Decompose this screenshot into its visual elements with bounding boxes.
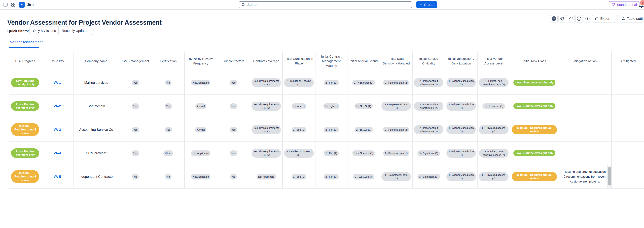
cell-initial_data_sensitivity_handled[interactable]: 1 - No personal data (1): [380, 165, 412, 188]
copy-link-button[interactable]: [567, 15, 574, 23]
filter-recently-updated-button[interactable]: Recently Updated: [58, 27, 92, 35]
cell-initial_vendor_access_level[interactable]: 1 - No access (1): [478, 94, 510, 118]
cell-issue_key[interactable]: VA-4: [41, 141, 73, 165]
cell-initial_jurisdiction_data_location[interactable]: 1 - Aligned Jurisdiction (1): [445, 94, 477, 118]
cell-initial_risk_class[interactable]: Low - Routine oversight only: [510, 141, 558, 165]
cell-initial_contract_management_maturity[interactable]: 2 - Fair (2): [315, 118, 348, 141]
column-header-company_name[interactable]: Company name: [73, 52, 119, 71]
cell-initial_risk_class[interactable]: Low - Routine oversight only: [510, 94, 558, 118]
column-header-is_mitigated[interactable]: is mitigated: [612, 52, 644, 71]
cell-initial_risk_class[interactable]: Medium - Requires annual review: [510, 165, 558, 188]
cell-initial_vendor_access_level[interactable]: 2 - Limited, non-sensitive access (2): [478, 71, 510, 94]
filter-only-my-issues-button[interactable]: Only My Issues: [30, 27, 60, 35]
cell-issue_key[interactable]: VA-5: [41, 165, 73, 188]
cell-initial_annual_spend[interactable]: 3 - 10k-100k (3): [347, 165, 380, 188]
cell-contract_coverage[interactable]: Security Requirements / SLAs: [250, 94, 282, 118]
cell-initial_jurisdiction_data_location[interactable]: 1 - Aligned Jurisdiction (1): [445, 71, 477, 94]
cell-subcontractors[interactable]: Yes: [217, 141, 250, 165]
settings-button[interactable]: [558, 15, 566, 23]
sidebar-toggle-button[interactable]: [3, 2, 8, 8]
cell-certification[interactable]: Yes: [152, 94, 184, 118]
column-header-initial_risk_class[interactable]: Initial Risk Class: [510, 52, 558, 71]
cell-subcontractors[interactable]: Yes: [217, 71, 250, 94]
cell-is_policy_review_frequency[interactable]: Not Applicable: [184, 71, 217, 94]
cell-initial_annual_spend[interactable]: 2 - 5k-10k (2): [347, 118, 380, 141]
cell-contract_coverage[interactable]: Security Requirements / SLAs: [250, 141, 282, 165]
cell-mitigation_action[interactable]: [559, 71, 612, 94]
cell-initial_contract_management_maturity[interactable]: 2 - Fair (2): [315, 71, 348, 94]
cell-initial_risk_class[interactable]: Low - Routine oversight only: [510, 71, 558, 94]
cell-is_mitigated[interactable]: [612, 94, 644, 118]
cell-initial_certification_in_place[interactable]: 1 - Yes (1): [282, 94, 315, 118]
cell-initial_data_sensitivity_handled[interactable]: 2 - Personal data (2): [380, 141, 412, 165]
cell-initial_data_sensitivity_handled[interactable]: 2 - Personal data (2): [380, 118, 412, 141]
column-header-contract_coverage[interactable]: Contract coverage: [250, 52, 282, 71]
cell-certification[interactable]: No: [152, 165, 184, 188]
cell-initial_contract_management_maturity[interactable]: 1 - High (1): [315, 94, 348, 118]
cell-initial_service_criticality[interactable]: 2 - Important but substitutable (2): [412, 71, 445, 94]
column-header-certification[interactable]: Certification: [152, 52, 184, 71]
cell-mitigation_action[interactable]: [559, 94, 612, 118]
column-header-initial_service_criticality[interactable]: Initial Service Criticality: [412, 52, 445, 71]
column-header-issue_key[interactable]: Issue key: [41, 52, 73, 71]
cell-is_policy_review_frequency[interactable]: Annual: [184, 94, 217, 118]
cell-initial_service_criticality[interactable]: 2 - Important but substitutable (2): [412, 94, 445, 118]
cell-issue_key[interactable]: VA-3: [41, 118, 73, 141]
cell-issue_key[interactable]: VA-2: [41, 94, 73, 118]
create-button[interactable]: Create: [416, 1, 437, 8]
cell-subcontractors[interactable]: Yes: [217, 94, 250, 118]
search-box[interactable]: [238, 1, 412, 8]
cell-isms_management[interactable]: Yes: [119, 118, 152, 141]
cell-company_name[interactable]: Mailing services: [73, 71, 119, 94]
refresh-button[interactable]: [575, 15, 583, 23]
column-header-isms_management[interactable]: ISMS management: [119, 52, 152, 71]
cell-issue_key[interactable]: VA-1: [41, 71, 73, 94]
export-button[interactable]: Export: [592, 15, 618, 23]
cell-contract_coverage[interactable]: Not Applicable: [250, 165, 282, 188]
cell-contract_coverage[interactable]: Security Requirements / SLAs: [250, 118, 282, 141]
scrollbar-thumb[interactable]: [608, 167, 611, 185]
cell-is_mitigated[interactable]: [612, 118, 644, 141]
cell-initial_data_sensitivity_handled[interactable]: 1 - No personal data (1): [380, 94, 412, 118]
column-header-is_policy_review_frequency[interactable]: IS Policy Review Frequency: [184, 52, 217, 71]
cell-mitigation_action[interactable]: Resume and proof of education. 2 recomme…: [559, 165, 612, 188]
column-header-initial_certification_in_place[interactable]: Initial Certification in Place: [282, 52, 315, 71]
cell-initial_service_criticality[interactable]: 3 - Significant (3): [412, 141, 445, 165]
cell-initial_contract_management_maturity[interactable]: 2 - Fair (2): [315, 165, 348, 188]
cell-company_name[interactable]: SoftComply: [73, 94, 119, 118]
cell-is_mitigated[interactable]: [612, 141, 644, 165]
cell-is_mitigated[interactable]: [612, 165, 644, 188]
issue-key-link[interactable]: VA-1: [54, 81, 61, 84]
cloud-sync-button[interactable]: [584, 15, 591, 23]
cell-isms_management[interactable]: Yes: [119, 94, 152, 118]
cell-certification[interactable]: Yes: [152, 118, 184, 141]
cell-initial_contract_management_maturity[interactable]: 2 - Fair (2): [315, 141, 348, 165]
cell-mitigation_action[interactable]: [559, 118, 612, 141]
issue-key-link[interactable]: VA-5: [54, 175, 61, 178]
cell-is_policy_review_frequency[interactable]: Annual: [184, 118, 217, 141]
cell-contract_coverage[interactable]: Security Requirements / SLAs: [250, 71, 282, 94]
cell-initial_vendor_access_level[interactable]: 5 - Privileged access (5): [478, 118, 510, 141]
cell-initial_risk_class[interactable]: Medium - Requires annual review: [510, 118, 558, 141]
cell-subcontractors[interactable]: No: [217, 165, 250, 188]
cell-initial_certification_in_place[interactable]: 2 - Similar or Ongoing (2): [282, 141, 315, 165]
cell-scrollbar[interactable]: [607, 165, 611, 188]
table-settings-button[interactable]: Table settings: [618, 15, 644, 23]
cell-initial_jurisdiction_data_location[interactable]: 1 - Aligned Jurisdiction (1): [445, 118, 477, 141]
cell-risk_progress[interactable]: Medium - Requires annual review: [9, 118, 41, 141]
cell-risk_progress[interactable]: Medium - Requires annual review: [9, 165, 41, 188]
issue-key-link[interactable]: VA-2: [54, 104, 61, 108]
cell-initial_jurisdiction_data_location[interactable]: 1 - Aligned Jurisdiction (1): [445, 165, 477, 188]
cell-risk_progress[interactable]: Low - Routine oversight only: [9, 141, 41, 165]
cell-initial_certification_in_place[interactable]: 2 - Similar or Ongoing (2): [282, 71, 315, 94]
issue-key-link[interactable]: VA-4: [54, 151, 61, 155]
cell-isms_management[interactable]: Yes: [119, 141, 152, 165]
column-header-risk_progress[interactable]: Risk Progress: [9, 52, 41, 71]
cell-initial_annual_spend[interactable]: 1 - < 5k euros (1): [347, 71, 380, 94]
column-header-mitigation_action[interactable]: Mitigation Action: [559, 52, 612, 71]
column-header-subcontractors[interactable]: Subcontractors: [217, 52, 250, 71]
tab-vendor-assessment[interactable]: Vendor Assessment: [10, 40, 42, 44]
cell-is_policy_review_frequency[interactable]: Not Applicable: [184, 165, 217, 188]
column-header-initial_data_sensitivity_handled[interactable]: Initial Data Sensitivity Handled: [380, 52, 412, 71]
cell-mitigation_action[interactable]: [559, 141, 612, 165]
